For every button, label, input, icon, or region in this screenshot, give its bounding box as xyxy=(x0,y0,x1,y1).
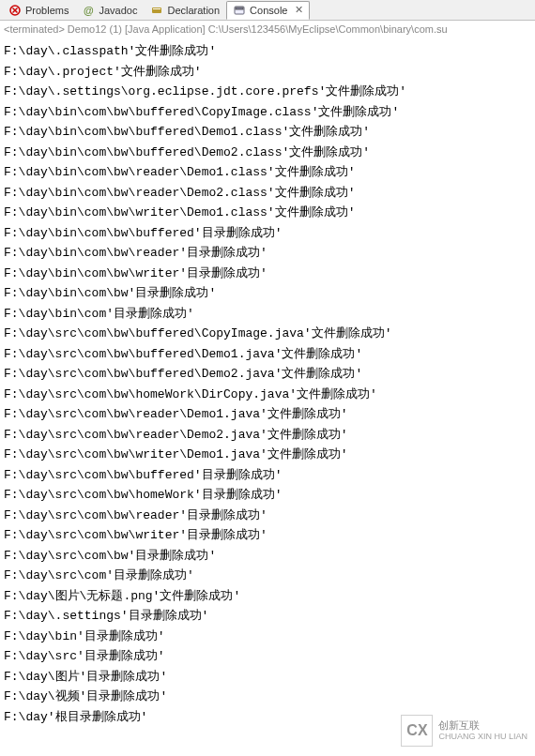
console-line: F:\day\src\com\bw\homeWork\DirCopy.java'… xyxy=(4,385,531,405)
console-line: F:\day\.settings\org.eclipse.jdt.core.pr… xyxy=(4,82,531,102)
tab-label: Console xyxy=(250,5,287,16)
terminated-status: <terminated> Demo12 (1) [Java Applicatio… xyxy=(0,21,535,38)
console-line: F:\day\src\com\bw\reader'目录删除成功' xyxy=(4,506,531,526)
problems-icon xyxy=(8,4,22,17)
console-line: F:\day\src\com\bw\buffered\Demo2.java'文件… xyxy=(4,364,531,385)
close-icon[interactable]: ✕ xyxy=(295,4,303,16)
svg-rect-4 xyxy=(153,8,160,9)
console-line: F:\day\.classpath'文件删除成功' xyxy=(4,41,531,62)
console-line: F:\day\src\com\bw\buffered\CopyImage.jav… xyxy=(4,324,531,344)
tab-label: Problems xyxy=(25,5,69,16)
console-line: F:\day\bin\com\bw'目录删除成功' xyxy=(4,283,531,304)
console-line: F:\day\bin\com\bw\writer'目录删除成功' xyxy=(4,264,531,284)
tab-declaration[interactable]: Declaration xyxy=(144,1,226,20)
console-line: F:\day\src\com\bw\writer\Demo1.java'文件删除… xyxy=(4,445,531,465)
tab-javadoc[interactable]: @ Javadoc xyxy=(75,1,144,20)
console-line: F:\day\bin\com\bw\buffered\Demo1.class'文… xyxy=(4,122,531,143)
console-icon xyxy=(233,4,246,17)
javadoc-icon: @ xyxy=(82,4,95,17)
svg-rect-6 xyxy=(236,8,243,9)
tab-problems[interactable]: Problems xyxy=(2,1,75,20)
watermark: CX 创新互联 CHUANG XIN HU LIAN xyxy=(401,715,527,747)
console-line: F:\day\src\com\bw\homeWork'目录删除成功' xyxy=(4,485,531,506)
console-line: F:\day\bin\com'目录删除成功' xyxy=(4,304,531,325)
watermark-logo: CX xyxy=(401,715,433,747)
console-line: F:\day\bin\com\bw\writer\Demo1.class'文件删… xyxy=(4,203,531,223)
console-output: F:\day\.classpath'文件删除成功'F:\day\.project… xyxy=(0,38,535,731)
console-line: F:\day\src\com\bw\reader\Demo2.java'文件删除… xyxy=(4,425,531,446)
console-line: F:\day\src\com\bw\writer'目录删除成功' xyxy=(4,525,531,546)
watermark-text: 创新互联 CHUANG XIN HU LIAN xyxy=(438,719,527,742)
tab-label: Javadoc xyxy=(99,5,137,16)
console-line: F:\day\src\com\bw\buffered\Demo1.java'文件… xyxy=(4,344,531,365)
console-line: F:\day\bin\com\bw\reader'目录删除成功' xyxy=(4,243,531,264)
view-tabs: Problems @ Javadoc Declaration Console ✕ xyxy=(0,0,535,21)
declaration-icon xyxy=(150,4,163,17)
console-line: F:\day\.settings'目录删除成功' xyxy=(4,606,531,627)
console-line: F:\day\src\com\bw'目录删除成功' xyxy=(4,546,531,567)
watermark-zh: 创新互联 xyxy=(438,719,527,732)
tab-label: Declaration xyxy=(167,5,220,16)
console-line: F:\day\bin\com\bw\reader\Demo2.class'文件删… xyxy=(4,183,531,204)
tab-console[interactable]: Console ✕ xyxy=(226,1,310,20)
console-line: F:\day\bin\com\bw\buffered\Demo2.class'文… xyxy=(4,143,531,163)
console-line: F:\day\src\com\bw\buffered'目录删除成功' xyxy=(4,465,531,486)
console-line: F:\day\bin\com\bw\reader\Demo1.class'文件删… xyxy=(4,162,531,183)
console-line: F:\day\bin\com\bw\buffered\CopyImage.cla… xyxy=(4,102,531,123)
console-line: F:\day\图片\无标题.png'文件删除成功' xyxy=(4,586,531,607)
watermark-en: CHUANG XIN HU LIAN xyxy=(438,732,527,742)
console-line: F:\day\图片'目录删除成功' xyxy=(4,667,531,688)
svg-rect-3 xyxy=(152,8,161,13)
console-line: F:\day\bin\com\bw\buffered'目录删除成功' xyxy=(4,223,531,244)
console-line: F:\day\bin'目录删除成功' xyxy=(4,627,531,647)
console-line: F:\day\src\com\bw\reader\Demo1.java'文件删除… xyxy=(4,404,531,425)
console-line: F:\day\视频'目录删除成功' xyxy=(4,687,531,707)
console-line: F:\day\src\com'目录删除成功' xyxy=(4,566,531,586)
console-line: F:\day\src'目录删除成功' xyxy=(4,646,531,667)
console-line: F:\day\.project'文件删除成功' xyxy=(4,62,531,83)
